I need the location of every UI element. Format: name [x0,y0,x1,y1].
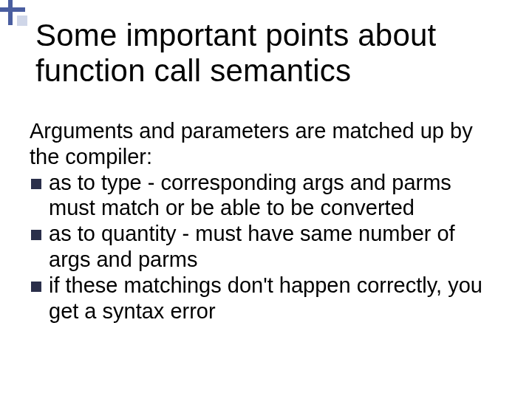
bullet-list: as to type - corresponding args and parm… [30,170,502,324]
intro-text: Arguments and parameters are matched up … [30,118,502,170]
bullet-text: as to type - corresponding args and parm… [49,170,502,222]
corner-decoration [0,0,33,33]
slide-title: Some important points about function cal… [35,18,479,89]
deco-v-stripe [8,0,13,25]
list-item: if these matchings don't happen correctl… [30,273,502,324]
bullet-square-icon [31,282,41,292]
deco-small-square [17,16,27,26]
bullet-text: if these matchings don't happen correctl… [49,273,502,324]
slide-body: Arguments and parameters are matched up … [30,118,502,324]
list-item: as to quantity - must have same number o… [30,221,502,273]
bullet-text: as to quantity - must have same number o… [49,221,502,273]
deco-h-stripe [0,7,25,12]
bullet-square-icon [31,179,41,189]
list-item: as to type - corresponding args and parm… [30,170,502,222]
bullet-square-icon [31,230,41,240]
